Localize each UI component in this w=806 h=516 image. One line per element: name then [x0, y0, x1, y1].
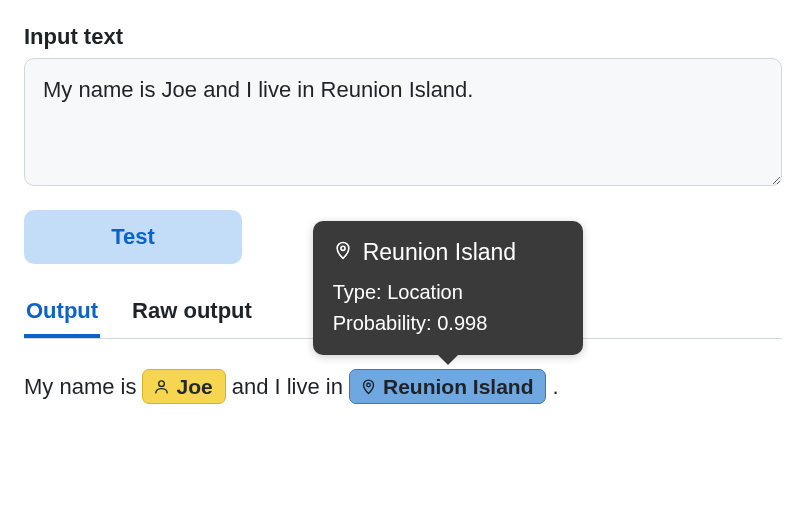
- entity-location-label: Reunion Island: [383, 374, 534, 399]
- output-segment: and I live in: [232, 374, 343, 400]
- tooltip-type-label: Type:: [333, 281, 382, 303]
- test-button[interactable]: Test: [24, 210, 242, 264]
- input-label: Input text: [24, 24, 782, 50]
- output-segment: .: [552, 374, 558, 400]
- tooltip-prob-value: 0.998: [437, 312, 487, 334]
- output-text: My name is Joe and I live in Reunion: [24, 369, 782, 404]
- map-pin-icon: [333, 235, 353, 271]
- person-icon: [153, 378, 170, 395]
- map-pin-icon: [360, 378, 377, 395]
- output-segment: My name is: [24, 374, 136, 400]
- tab-raw-output[interactable]: Raw output: [130, 292, 254, 338]
- entity-tooltip: Reunion Island Type: Location Probabilit…: [313, 221, 583, 355]
- tooltip-prob-label: Probability:: [333, 312, 432, 334]
- tab-output[interactable]: Output: [24, 292, 100, 338]
- svg-point-1: [367, 383, 371, 387]
- entity-person-label: Joe: [176, 374, 212, 399]
- svg-point-0: [159, 381, 165, 387]
- tooltip-type-value: Location: [387, 281, 463, 303]
- input-textarea[interactable]: [24, 58, 782, 186]
- tooltip-title-text: Reunion Island: [363, 235, 516, 271]
- svg-point-2: [341, 247, 345, 251]
- entity-person-chip[interactable]: Joe: [142, 369, 225, 404]
